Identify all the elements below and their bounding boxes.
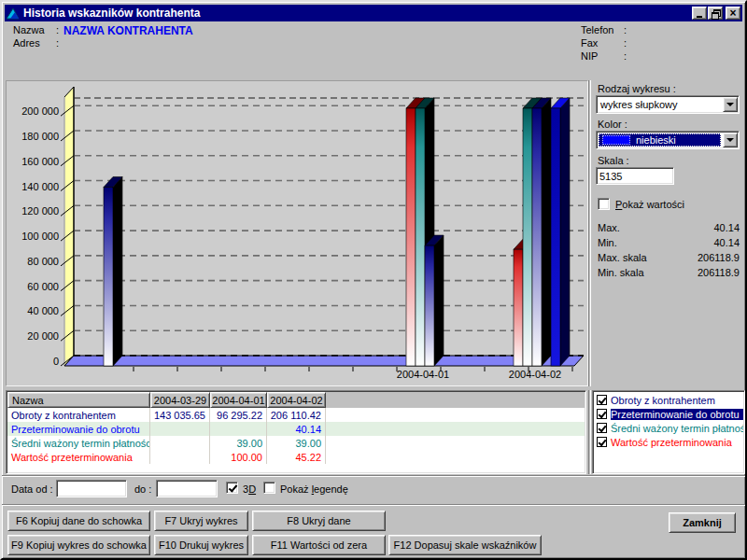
legend-item[interactable]: Obroty z kontrahentem — [595, 393, 743, 407]
chart-panel: 020 00040 00060 00080 000100 000120 0001… — [6, 80, 588, 386]
stat-row: Min. skala206118.9 — [598, 265, 740, 280]
table-row-name: Średni ważony termin płatności — [7, 436, 150, 450]
rodzaj-wykresu-label: Rodzaj wykresu : — [598, 83, 676, 94]
chart-bar — [425, 245, 434, 366]
y-axis-tick-label: 120 000 — [21, 205, 59, 217]
dropdown-arrow-button[interactable] — [723, 97, 738, 112]
table-row-name: Przeterminowanie do obrotu — [7, 422, 150, 436]
table-cell: 143 035.65 — [150, 408, 210, 422]
x-axis-tick-label: 2004-04-01 — [397, 369, 449, 380]
3d-label: 3D — [243, 483, 256, 495]
y-axis-tick-label: 160 000 — [21, 156, 59, 167]
f6-kopiuj-dane-button[interactable]: F6 Kopiuj dane do schowka — [7, 511, 150, 531]
table-cell: 96 295.22 — [210, 408, 267, 422]
legend-item-label: Średni ważony termin płatności — [611, 423, 743, 434]
table-row-name: Obroty z kontrahentem — [7, 408, 150, 422]
pokaz-wartosci-label: Pokaż wartości — [615, 199, 684, 210]
table-cell: 40.14 — [267, 422, 326, 436]
f11-wartosci-od-zera-button[interactable]: F11 Wartości od zera — [252, 535, 386, 555]
stat-label: Min. — [598, 237, 617, 248]
minimize-icon — [697, 16, 702, 18]
legend-checkbox[interactable] — [597, 437, 607, 447]
table-header-cell[interactable]: 2004-04-01 — [210, 392, 267, 408]
y-axis-tick-label: 200 000 — [21, 105, 59, 117]
rodzaj-wykresu-value: wykres słupkowy — [597, 96, 722, 113]
y-axis-tick-label: 40 000 — [27, 305, 59, 316]
f7-ukryj-wykres-button[interactable]: F7 Ukryj wykres — [154, 511, 248, 531]
chart-bar — [406, 108, 416, 366]
color-swatch — [602, 135, 630, 145]
table-header-cell[interactable]: 2004-04-02 — [267, 392, 326, 408]
data-od-input[interactable] — [56, 480, 127, 497]
stat-row: Max. skala206118.9 — [598, 250, 740, 265]
restore-icon — [712, 9, 720, 18]
pokaz-legende-checkbox[interactable] — [263, 482, 275, 494]
nazwa-value: NAZWA KONTRAHENTA — [63, 24, 193, 37]
chart-controls-panel: Rodzaj wykresu : wykres słupkowy Kolor :… — [592, 80, 745, 386]
stat-row: Min.40.14 — [598, 235, 740, 250]
table-row[interactable]: Przeterminowanie do obrotu40.14 — [7, 422, 585, 436]
f12-dopasuj-skale-button[interactable]: F12 Dopasuj skale wskaźników — [388, 535, 542, 555]
kolor-dropdown[interactable]: niebieski — [596, 131, 740, 149]
f8-ukryj-dane-button[interactable]: F8 Ukryj dane — [252, 511, 386, 531]
table-row[interactable]: Wartość przeterminowania100.0045.22 — [7, 450, 585, 464]
table-cell: 45.22 — [267, 450, 326, 464]
stat-label: Max. skala — [598, 252, 647, 263]
table-row[interactable]: Obroty z kontrahentem143 035.6596 295.22… — [7, 408, 585, 422]
table-cell — [150, 450, 210, 464]
legend-checkbox[interactable] — [597, 423, 607, 433]
separator — [2, 475, 745, 477]
legend-item[interactable]: Średni ważony termin płatności — [595, 421, 743, 435]
legend-item[interactable]: Przeterminowanie do obrotu — [595, 407, 743, 421]
table-cell: 100.00 — [210, 450, 267, 464]
legend-checkbox[interactable] — [597, 409, 607, 419]
y-axis-tick-label: 140 000 — [21, 181, 59, 192]
table-cell: 39.00 — [210, 436, 267, 450]
nip-label: NIP: — [581, 50, 627, 62]
table-row[interactable]: Średni ważony termin płatności39.0039.00 — [7, 436, 585, 450]
skala-input[interactable] — [596, 167, 674, 185]
y-axis-tick-label: 0 — [53, 356, 59, 367]
stat-row: Max.40.14 — [598, 220, 740, 235]
fax-label: Fax: — [581, 37, 627, 49]
table-header-cell[interactable]: 2004-03-29 — [150, 392, 210, 408]
minimize-button[interactable] — [692, 7, 707, 20]
legend-item-label: Obroty z kontrahentem — [611, 395, 715, 406]
kolor-value: niebieski — [636, 134, 676, 146]
dropdown-arrow-button[interactable] — [723, 133, 738, 147]
table-header-cell[interactable]: Nazwa — [7, 392, 150, 408]
pokaz-wartosci-checkbox[interactable] — [598, 198, 610, 210]
chart-bar — [532, 108, 542, 366]
data-od-label: Data od : — [11, 483, 53, 495]
chevron-down-icon — [726, 103, 734, 106]
legend-item[interactable]: Wartość przeterminowania — [595, 435, 743, 449]
3d-checkbox[interactable] — [226, 482, 238, 494]
pokaz-legende-label: Pokaż legendę — [280, 483, 348, 495]
chart-stats: Max.40.14Min.40.14Max. skala206118.9Min.… — [598, 220, 740, 280]
f10-drukuj-wykres-button[interactable]: F10 Drukuj wykres — [154, 535, 248, 555]
close-button[interactable]: × — [726, 7, 740, 20]
separator — [2, 504, 745, 506]
stat-label: Min. skala — [598, 267, 644, 278]
rodzaj-wykresu-dropdown[interactable]: wykres słupkowy — [596, 95, 740, 114]
table-cell — [150, 436, 210, 450]
bar-chart: 020 00040 00060 00080 000100 000120 0001… — [7, 81, 587, 385]
legend-item-label: Wartość przeterminowania — [611, 437, 732, 448]
do-input[interactable] — [156, 480, 218, 497]
data-table-panel: Nazwa2004-03-292004-04-012004-04-02Obrot… — [6, 390, 586, 474]
stat-value: 40.14 — [713, 222, 740, 233]
y-axis-tick-label: 80 000 — [27, 256, 59, 267]
telefon-label: Telefon: — [581, 24, 627, 35]
f9-kopiuj-wykres-button[interactable]: F9 Kopiuj wykres do schowka — [7, 535, 150, 555]
kolor-selected-item: niebieski — [599, 133, 721, 147]
skala-label: Skala : — [598, 155, 629, 166]
title-bar: Historia wskazników kontrahenta × — [5, 5, 742, 21]
stat-value: 206118.9 — [698, 252, 740, 263]
zamknij-button[interactable]: Zamknij — [669, 512, 736, 533]
separator — [588, 80, 591, 386]
window: Historia wskazników kontrahenta × Nazwa:… — [0, 0, 747, 560]
restore-button[interactable] — [708, 7, 723, 20]
y-axis-tick-label: 180 000 — [21, 131, 59, 142]
stat-value: 206118.9 — [698, 267, 740, 278]
legend-checkbox[interactable] — [597, 395, 607, 405]
